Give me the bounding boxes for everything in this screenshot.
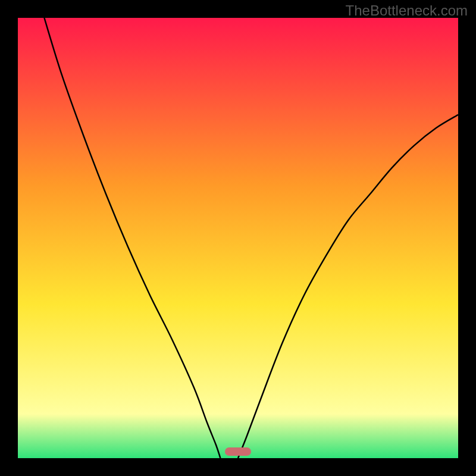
bottleneck-chart	[18, 18, 458, 458]
gradient-background	[18, 18, 458, 458]
legend-marker	[225, 447, 251, 456]
watermark-text: TheBottleneck.com	[346, 2, 468, 19]
legend	[225, 447, 251, 458]
